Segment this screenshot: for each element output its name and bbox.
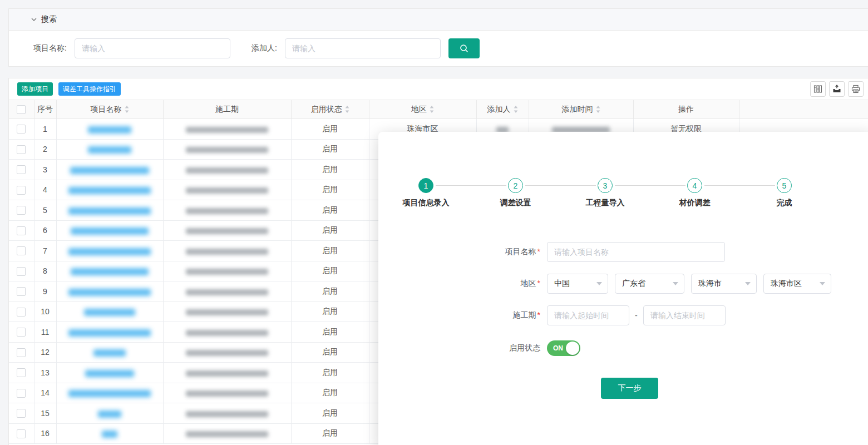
table-toolbar: 添加项目 调差工具操作指引 [9, 78, 868, 100]
row-checkbox[interactable] [17, 287, 26, 296]
row-checkbox[interactable] [17, 328, 26, 337]
construction-period-blurred [186, 370, 268, 377]
row-checkbox[interactable] [17, 389, 26, 398]
collapse-icon [31, 17, 37, 22]
chevron-down-icon [673, 282, 678, 285]
construction-period-blurred [186, 289, 268, 295]
project-name-link-blurred[interactable] [88, 126, 131, 134]
project-name-link-blurred[interactable] [68, 289, 151, 296]
enable-status-toggle[interactable]: ON [547, 340, 580, 356]
project-name-link-blurred[interactable] [93, 349, 126, 357]
status-cell: 启用 [291, 363, 369, 383]
row-select-cell [9, 119, 34, 140]
project-name-cell [56, 241, 163, 261]
row-checkbox[interactable] [17, 246, 26, 255]
region-label-text: 地区 [521, 279, 536, 288]
select-all-checkbox[interactable] [17, 105, 26, 114]
sort-icon[interactable] [125, 106, 129, 113]
row-select-cell [9, 342, 34, 363]
empty-column-header [739, 100, 868, 119]
construction-period-cell [163, 200, 291, 221]
region-select[interactable]: 珠海市 [691, 274, 757, 294]
construction-period-cell [163, 220, 291, 241]
row-checkbox[interactable] [17, 429, 26, 438]
print-button[interactable] [848, 81, 864, 97]
row-index: 9 [34, 281, 56, 302]
row-index: 15 [34, 403, 56, 424]
project-name-cell [56, 281, 163, 302]
project-name-link-blurred[interactable] [71, 228, 149, 235]
project-name-link-blurred[interactable] [98, 411, 121, 418]
adder-filter-input[interactable] [285, 38, 441, 58]
region-select[interactable]: 珠海市区 [763, 274, 831, 294]
row-checkbox[interactable] [17, 267, 26, 276]
region-select[interactable]: 中国 [547, 274, 608, 294]
project-name-link-blurred[interactable] [85, 370, 134, 377]
row-select-cell [9, 423, 34, 444]
project-name-link-blurred[interactable] [70, 167, 149, 174]
project-name-link-blurred[interactable] [102, 431, 117, 438]
sort-icon[interactable] [430, 106, 434, 113]
status-cell: 启用 [291, 119, 369, 140]
search-button[interactable] [448, 38, 480, 58]
next-step-button[interactable]: 下一步 [601, 378, 658, 399]
period-start-input[interactable] [547, 305, 629, 325]
column-settings-button[interactable] [810, 81, 826, 97]
project-name-link-blurred[interactable] [68, 207, 151, 215]
project-name-link-blurred[interactable] [68, 248, 151, 255]
project-name-link-blurred[interactable] [68, 390, 151, 397]
project-name-filter-label: 项目名称: [29, 43, 67, 53]
row-checkbox[interactable] [17, 409, 26, 418]
project-name-filter-input[interactable] [75, 38, 230, 58]
row-checkbox[interactable] [17, 145, 26, 154]
table-header-cell[interactable]: 添加时间 [529, 100, 633, 119]
row-checkbox[interactable] [17, 226, 26, 235]
row-checkbox[interactable] [17, 308, 26, 317]
wizard-step: 4 材价调差 [650, 178, 739, 208]
row-checkbox[interactable] [17, 165, 26, 174]
row-select-cell [9, 160, 34, 180]
row-checkbox[interactable] [17, 206, 26, 215]
construction-period-blurred [186, 208, 268, 214]
table-header-cell[interactable]: 添加人 [476, 100, 529, 119]
row-index: 11 [34, 322, 56, 343]
adder-filter-label: 添加人: [249, 43, 277, 53]
row-checkbox[interactable] [17, 186, 26, 195]
construction-period-blurred [186, 350, 268, 356]
project-name-link-blurred[interactable] [71, 268, 149, 275]
period-end-input[interactable] [643, 305, 726, 325]
construction-period-cell [163, 301, 291, 322]
enable-status-label: 启用状态 [378, 343, 547, 353]
sort-icon[interactable] [514, 106, 518, 113]
adjustment-guide-button[interactable]: 调差工具操作指引 [58, 82, 121, 96]
construction-period-blurred [186, 187, 268, 194]
row-index: 1 [34, 119, 56, 140]
row-index: 14 [34, 383, 56, 403]
table-header-cell: 序号 [34, 100, 56, 119]
table-header-cell: 施工期 [163, 100, 291, 119]
project-name-link-blurred[interactable] [84, 309, 135, 316]
project-name-link-blurred[interactable] [68, 329, 151, 337]
project-name-input[interactable] [547, 242, 725, 262]
construction-period-cell [163, 383, 291, 403]
region-select[interactable]: 广东省 [615, 274, 684, 294]
row-checkbox[interactable] [17, 368, 26, 377]
table-header-cell[interactable]: 项目名称 [56, 100, 163, 119]
column-label: 启用状态 [311, 105, 342, 113]
row-select-cell [9, 383, 34, 403]
project-name-link-blurred[interactable] [68, 187, 151, 194]
project-name-link-blurred[interactable] [88, 146, 131, 154]
status-cell: 启用 [291, 322, 369, 343]
table-header-cell[interactable]: 启用状态 [291, 100, 369, 119]
row-checkbox[interactable] [17, 348, 26, 357]
table-header-cell[interactable]: 地区 [369, 100, 476, 119]
search-panel-header[interactable]: 搜索 [9, 9, 868, 31]
export-button[interactable] [829, 81, 845, 97]
sort-icon[interactable] [345, 106, 349, 113]
sort-icon[interactable] [596, 106, 600, 113]
required-asterisk: * [537, 247, 540, 256]
column-label: 操作 [678, 105, 694, 113]
row-checkbox[interactable] [17, 125, 26, 134]
chevron-down-icon [745, 282, 751, 285]
add-project-button[interactable]: 添加项目 [17, 82, 53, 96]
